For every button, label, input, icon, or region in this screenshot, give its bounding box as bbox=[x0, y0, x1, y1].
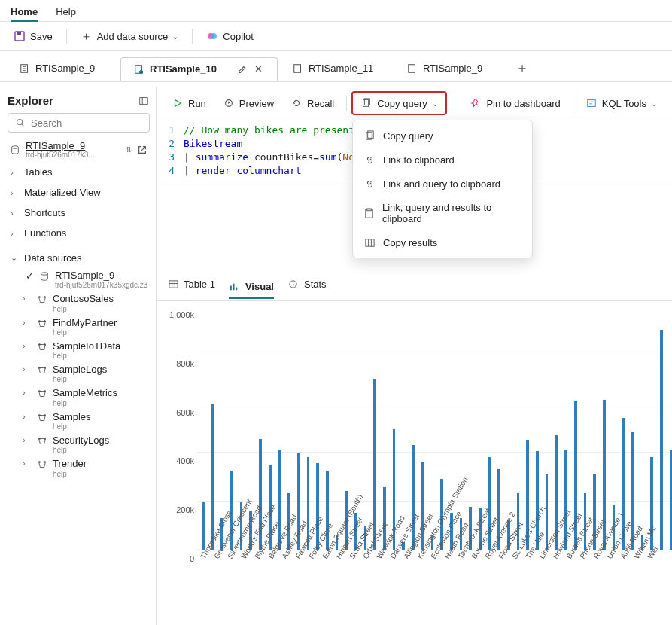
ds-help: help bbox=[53, 305, 114, 313]
kql-tools-button[interactable]: KQL Tools ⌄ bbox=[578, 93, 664, 114]
svg-point-18 bbox=[44, 343, 46, 346]
x-axis-labels: Thorndike CloseGrosvenor CrescentSilvert… bbox=[202, 551, 672, 625]
search-icon bbox=[14, 117, 26, 129]
main-panel: Run Preview Recall Copy query ⌄ bbox=[157, 87, 672, 625]
play-icon bbox=[172, 97, 184, 109]
collapse-panel-icon[interactable] bbox=[138, 95, 150, 107]
data-source-checked[interactable]: ✓ RTISample_9 trd-hjut526m017k35xgdc.z3 bbox=[8, 268, 150, 291]
search-input[interactable]: Search bbox=[8, 113, 150, 133]
add-tab-button[interactable]: ＋ bbox=[508, 54, 537, 81]
data-source-item[interactable]: ›SampleMetricshelp bbox=[8, 386, 150, 409]
copy-menu-item[interactable]: Link, query and results to clipboard bbox=[353, 196, 532, 230]
preview-button[interactable]: Preview bbox=[215, 93, 281, 114]
svg-point-27 bbox=[38, 462, 41, 464]
save-icon bbox=[14, 30, 26, 42]
copy-menu-item[interactable]: Copy query bbox=[353, 123, 532, 148]
queryset-icon bbox=[406, 62, 418, 75]
recall-label: Recall bbox=[307, 98, 334, 109]
data-sources-group[interactable]: ⌄ Data sources bbox=[8, 248, 150, 268]
add-data-source-button[interactable]: ＋ Add data source ⌄ bbox=[74, 26, 185, 46]
data-source-item[interactable]: ›Trenderhelp bbox=[8, 456, 150, 480]
svg-point-13 bbox=[38, 296, 41, 298]
menu-item-label: Link, query and results to clipboard bbox=[382, 202, 521, 224]
data-source-item[interactable]: ›SampleIoTDatahelp bbox=[8, 339, 150, 362]
ds-name: SampleIoTData bbox=[53, 341, 120, 352]
menu-home[interactable]: Home bbox=[11, 6, 38, 22]
data-source-item[interactable]: ›ContosoSaleshelp bbox=[8, 291, 150, 315]
menu-help[interactable]: Help bbox=[56, 6, 76, 18]
cluster-icon bbox=[36, 294, 48, 306]
svg-point-12 bbox=[41, 273, 48, 276]
data-source-item[interactable]: ›SampleLogshelp bbox=[8, 362, 150, 386]
copy-query-label: Copy query bbox=[377, 98, 427, 109]
edit-icon[interactable] bbox=[236, 63, 248, 75]
open-external-icon[interactable] bbox=[136, 144, 148, 156]
pin-dashboard-button[interactable]: Pin to dashboard bbox=[462, 93, 567, 114]
save-button[interactable]: Save bbox=[8, 26, 59, 46]
svg-point-6 bbox=[139, 69, 143, 73]
tree-group-label: Tables bbox=[24, 166, 53, 178]
file-tab[interactable]: RTISample_9 bbox=[394, 56, 506, 80]
ds-help: help bbox=[53, 375, 107, 383]
chevron-right-icon: › bbox=[23, 318, 32, 327]
cluster-icon bbox=[36, 318, 48, 330]
tree-group-label: Functions bbox=[24, 227, 66, 239]
copilot-button[interactable]: Copilot bbox=[200, 26, 259, 46]
file-tab[interactable]: RTISample_10 ✕ bbox=[120, 57, 278, 81]
chevron-down-icon: ⌄ bbox=[651, 99, 657, 108]
queryset-icon bbox=[292, 62, 304, 75]
chart-bar[interactable] bbox=[211, 404, 214, 550]
data-source-item[interactable]: ›Sampleshelp bbox=[8, 410, 150, 433]
copy-query-button[interactable]: Copy query ⌄ bbox=[353, 93, 445, 114]
svg-point-17 bbox=[38, 343, 41, 346]
file-tab-label: RTISample_11 bbox=[309, 62, 373, 74]
preview-label: Preview bbox=[239, 98, 274, 109]
chevron-right-icon: › bbox=[11, 209, 20, 218]
tree-group-label: Shortcuts bbox=[24, 207, 65, 218]
data-source-item[interactable]: ›FindMyPartnerhelp bbox=[8, 316, 150, 339]
ds-name: ContosoSales bbox=[53, 294, 114, 304]
ds-help: help bbox=[53, 422, 91, 431]
copy-menu-item[interactable]: Link to clipboard bbox=[353, 148, 532, 172]
recall-button[interactable]: Recall bbox=[283, 93, 342, 114]
tab-table[interactable]: Table 1 bbox=[167, 278, 215, 294]
chart-bar[interactable] bbox=[660, 330, 663, 550]
copy-menu-item[interactable]: Copy results bbox=[353, 230, 532, 255]
chevron-right-icon: › bbox=[23, 435, 32, 444]
chart-area: 0200k400k600k800k1,000k Thorndike CloseG… bbox=[157, 301, 672, 625]
y-tick: 1,000k bbox=[169, 310, 194, 319]
y-tick: 800k bbox=[176, 359, 194, 368]
svg-point-20 bbox=[44, 367, 46, 369]
chart-bar[interactable] bbox=[202, 502, 205, 550]
ds-help: help bbox=[53, 328, 117, 337]
tree-group[interactable]: ›Shortcuts bbox=[8, 203, 150, 223]
toolbar: Save ＋ Add data source ⌄ Copilot bbox=[0, 22, 672, 51]
y-tick: 400k bbox=[176, 456, 194, 465]
copy-query-menu: Copy queryLink to clipboardLink and quer… bbox=[352, 120, 533, 258]
query-toolbar: Run Preview Recall Copy query ⌄ bbox=[157, 87, 672, 120]
run-label: Run bbox=[188, 98, 206, 109]
tab-stats[interactable]: Stats bbox=[287, 278, 327, 294]
database-selector[interactable]: RTISample_9 trd-hjut526m017k3... ⇅ bbox=[8, 137, 150, 162]
file-tab[interactable]: RTISample_9 bbox=[6, 56, 119, 80]
tools-label: KQL Tools bbox=[602, 98, 646, 109]
tree-group[interactable]: ›Tables bbox=[8, 162, 150, 182]
tree-group[interactable]: ›Functions bbox=[8, 223, 150, 243]
chevron-right-icon: › bbox=[11, 188, 20, 197]
updown-icon[interactable]: ⇅ bbox=[126, 145, 132, 154]
close-icon[interactable]: ✕ bbox=[253, 63, 265, 75]
copy-menu-item[interactable]: Link and query to clipboard bbox=[353, 172, 532, 196]
chevron-down-icon: ⌄ bbox=[172, 32, 178, 41]
data-source-item[interactable]: ›SecurityLogshelp bbox=[8, 433, 150, 456]
chevron-down-icon: ⌄ bbox=[432, 99, 438, 108]
tab-visual[interactable]: Visual bbox=[229, 281, 274, 299]
run-button[interactable]: Run bbox=[164, 93, 214, 114]
ds-help: help bbox=[53, 470, 87, 478]
copy-icon bbox=[360, 97, 372, 109]
svg-rect-37 bbox=[365, 239, 373, 245]
tree-group[interactable]: ›Materialized View bbox=[8, 182, 150, 203]
queryset-icon bbox=[133, 63, 145, 75]
svg-point-14 bbox=[44, 296, 46, 298]
save-label: Save bbox=[30, 31, 53, 42]
file-tab[interactable]: RTISample_11 bbox=[279, 56, 392, 80]
